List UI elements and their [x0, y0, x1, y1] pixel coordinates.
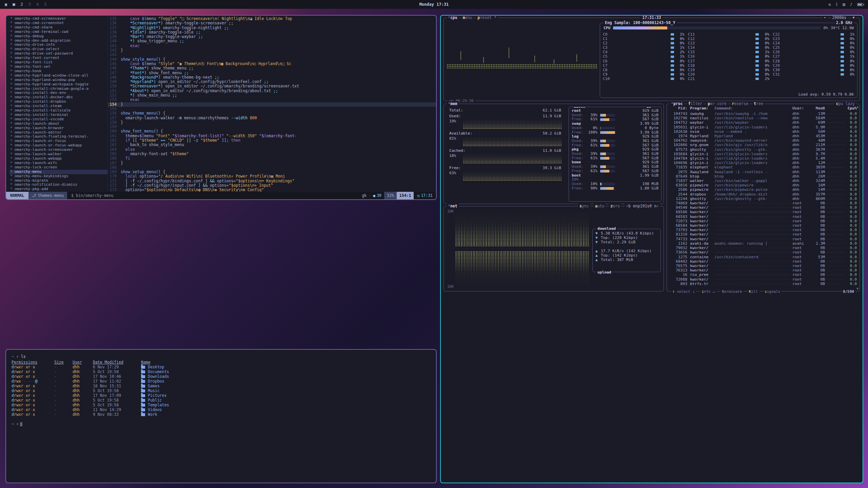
code-line[interactable]: 156show_theme_menu() {: [108, 111, 436, 116]
keybind-hint[interactable]: ↑ select ↓: [671, 289, 696, 294]
bluetooth-icon[interactable]: ᛒ: [835, 2, 838, 7]
code-line[interactable]: 143: [108, 53, 436, 57]
workspace-app-icon[interactable]: ■: [13, 2, 15, 7]
btop-window[interactable]: ¹cpu menu preset * 17:31:33 - 2000ms + E…: [440, 15, 863, 483]
process-row[interactable]: 104696 glycin-i /usr/lib/glycin-loaders …: [670, 161, 857, 165]
io-title[interactable]: io: [645, 107, 652, 109]
code-line[interactable]: 157 omarchy-launch-walker -m menus:omarc…: [108, 116, 436, 120]
code-line[interactable]: 138 *Idle*) omarchy-toggle-idle ;;: [108, 30, 436, 35]
code-line[interactable]: 171 [ -f ~/.config/hypr/bindings.conf ] …: [108, 179, 436, 183]
workspace-number[interactable]: 4: [36, 2, 39, 7]
filter-button[interactable]: filter: [687, 101, 704, 106]
empty-prompt-line[interactable]: ~ ›: [12, 422, 431, 426]
net-sync-button[interactable]: sync: [578, 204, 590, 208]
process-row[interactable]: 87573 ghostty /usr/bin/ghostty --gtk- dh…: [670, 147, 857, 152]
code-line[interactable]: 172 [ -f ~/.config/hypr/input.conf ] && …: [108, 183, 436, 188]
program-header[interactable]: Program:: [687, 106, 714, 110]
code-line[interactable]: 167}: [108, 161, 436, 165]
process-row[interactable]: 68584 kworker/ root 0B 0.0: [670, 223, 857, 228]
code-line[interactable]: 140 *) show_trigger_menu ;;: [108, 39, 436, 43]
net-auto-button[interactable]: auto: [594, 204, 606, 208]
code-line[interactable]: 152 *) show_main_menu ;;: [108, 93, 436, 98]
workspace-1-icon[interactable]: ▣: [5, 2, 7, 7]
process-row[interactable]: 102866 org.gnom /usr/bin/gjs /usr/lib/o …: [670, 143, 857, 147]
process-row[interactable]: 2075 Xwayland Xwayland :1 -rootless - dh…: [670, 170, 857, 174]
code-line[interactable]: 154}: [108, 102, 436, 107]
git-branch[interactable]: ⎇themes-menu: [28, 192, 67, 199]
network-icon[interactable]: ⇅: [828, 2, 831, 7]
keybind-hint[interactable]: Kill: [748, 289, 760, 294]
code-line[interactable]: 137 *Nightlight*) omarchy-toggle-nightli…: [108, 26, 436, 30]
code-line[interactable]: 139 *Bar*) omarchy-toggle-waybar ;;: [108, 35, 436, 39]
process-row[interactable]: 74869 kworker/ root 0B 0.0: [670, 201, 857, 205]
code-line[interactable]: 145 case $(menu "Style" "◉ Theme\nⒶ Font…: [108, 62, 436, 66]
process-row[interactable]: 104743 swaybg /usr/bin/swaybg -i /hom dh…: [670, 111, 857, 116]
reverse-button[interactable]: reverse: [731, 101, 750, 106]
code-line[interactable]: 144show_style_menu() {: [108, 57, 436, 62]
code-line[interactable]: 163 back_to show_style_menu: [108, 143, 436, 147]
process-row[interactable]: 68586 kworker/ root 0B 0.0: [670, 210, 857, 214]
code-line[interactable]: 164 else: [108, 147, 436, 152]
process-row[interactable]: 1974 Hyprland Hyprland dhh 453M 0.0: [670, 134, 857, 138]
user-header[interactable]: User:: [792, 106, 810, 110]
keybind-hint[interactable]: info ↵: [700, 289, 716, 294]
code-editor-pane[interactable]: 135 case $(menu "Toggle" "□ Screensaver\…: [108, 16, 436, 192]
display-icon[interactable]: ▤: [843, 2, 845, 7]
code-line[interactable]: 149 *Hyprland*) open_in_editor ~/.config…: [108, 80, 436, 84]
pid-header[interactable]: Pid:: [670, 106, 687, 110]
net-interface-switcher[interactable]: ‹b enp191s0 n›: [625, 204, 660, 208]
process-row[interactable]: 102796 nautilus /usr/bin/nautilus --new …: [670, 116, 857, 120]
code-line[interactable]: 146 *Theme*) show_theme_menu ;;: [108, 66, 436, 70]
interval-increase-button[interactable]: +: [851, 15, 856, 20]
process-row[interactable]: 73656 kworker/ root 0B 0.0: [670, 250, 857, 255]
process-row[interactable]: 2544 dropbox /home/dhh/.dropbox-dist dhh…: [670, 192, 857, 197]
keybind-hint[interactable]: signals: [763, 289, 782, 294]
process-row[interactable]: 68583 kworker/ root 0B 0.0: [670, 215, 857, 219]
code-line[interactable]: 160show_font_menu() {: [108, 129, 436, 134]
interval-decrease-button[interactable]: -: [823, 15, 828, 20]
per-core-button[interactable]: per-core: [706, 101, 728, 106]
process-row[interactable]: 94540 kworker/ root 0B 0.0: [670, 205, 857, 210]
volume-icon[interactable]: ♪: [850, 2, 852, 7]
process-row[interactable]: 105031 glycin-i /usr/lib/glycin-loaders …: [670, 125, 857, 129]
command-header[interactable]: Command:: [714, 106, 792, 110]
scroll-up-icon[interactable]: ▲: [856, 105, 859, 108]
net-zero-button[interactable]: zero: [609, 204, 621, 208]
sort-selector[interactable]: cpu lazy: [835, 101, 856, 106]
code-line[interactable]: 151 *About*) open_in_editor ~/.config/om…: [108, 89, 436, 93]
keybind-hint[interactable]: terminate: [721, 289, 744, 294]
disk-name-row[interactable]: swap3.99 GiB: [572, 122, 658, 126]
process-row[interactable]: 12244 ghostty /usr/bin/ghostty --gtk- dh…: [670, 197, 857, 201]
cpu-header[interactable]: Cpu%: [847, 106, 857, 110]
process-row[interactable]: 71837 walker /usr/bin/walker --gappl dhh…: [670, 179, 857, 183]
code-line[interactable]: 168: [108, 165, 436, 170]
code-line[interactable]: 135 case $(menu "Toggle" "□ Screensaver\…: [108, 17, 436, 21]
code-line[interactable]: 159: [108, 125, 436, 129]
terminal-window[interactable]: ~ › ls PermissionsSizeUserDate ModifiedN…: [5, 349, 437, 483]
process-row[interactable]: 76575 kworker/ root 0B 0.0: [670, 264, 857, 268]
tree-button[interactable]: tree: [752, 101, 765, 106]
code-line[interactable]: 142}: [108, 48, 436, 53]
code-line[interactable]: 150 *Screensaver*) open_in_editor ~/.con…: [108, 84, 436, 88]
code-line[interactable]: 161 theme=$(menu "Font" "$(omarchy-font-…: [108, 134, 436, 138]
process-row[interactable]: 104762 swayosd- /usr/bin/swayosd-server …: [670, 138, 857, 143]
file-list-item[interactable]: *omarchy-pkg-add: [9, 187, 107, 191]
process-row[interactable]: 71835 elephant elephant dhh 385M 0.0: [670, 165, 857, 169]
workspace-number[interactable]: 2: [20, 2, 23, 7]
process-row[interactable]: 104784 glycin-i /usr/lib/glycin-loaders …: [670, 156, 857, 161]
process-row[interactable]: 803 btrfs-tr root 0B 0.0: [670, 282, 857, 286]
code-line[interactable]: 162 if [[ "$theme" == "CNCLD" || -z "$th…: [108, 138, 436, 143]
code-line[interactable]: 165 omarchy-font-set "$theme": [108, 152, 436, 156]
process-row[interactable]: 63816 pipewire /usr/bin/pipewire dhh 16M…: [670, 183, 857, 187]
code-line[interactable]: 166 fi: [108, 156, 436, 161]
process-row[interactable]: 68402 kworker/ root 0B 0.0: [670, 259, 857, 264]
code-line[interactable]: 147 *Font*) show_font_menu ;;: [108, 71, 436, 75]
process-row[interactable]: 74733 kworker/ root 0B 0.0: [670, 237, 857, 241]
code-line[interactable]: 170 local options="♪ Audio\n≋ Wifi\nᛒ Bl…: [108, 174, 436, 179]
process-row[interactable]: 102638 nvim nvim --embed . dhh 56M 0.0: [670, 129, 857, 134]
battery-icon[interactable]: [857, 3, 863, 6]
disks-title[interactable]: disks: [572, 107, 587, 109]
code-line[interactable]: 155: [108, 107, 436, 111]
process-row[interactable]: 87649 btop btop dhh 26M 0.0: [670, 174, 857, 179]
code-line[interactable]: 136 *Screensaver*) omarchy-toggle-screen…: [108, 21, 436, 25]
